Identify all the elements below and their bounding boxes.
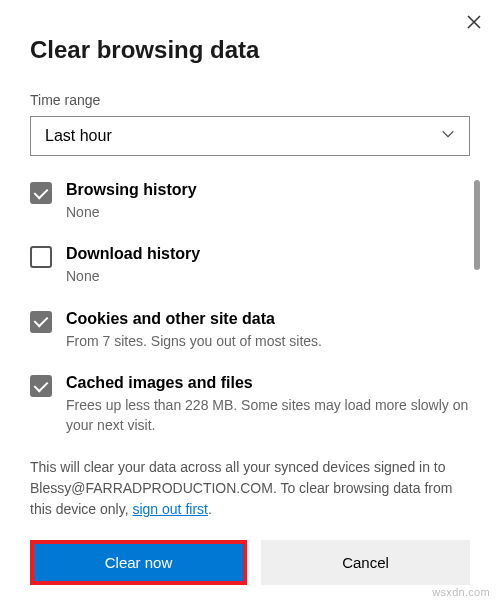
scrollbar[interactable]	[474, 180, 480, 270]
option-title: Browsing history	[66, 180, 470, 201]
button-row: Clear now Cancel	[30, 540, 470, 585]
option-cached: Cached images and files Frees up less th…	[30, 373, 470, 435]
options-list: Browsing history None Download history N…	[30, 180, 470, 435]
close-icon[interactable]	[462, 10, 486, 38]
option-desc: None	[66, 267, 470, 287]
option-desc: Frees up less than 228 MB. Some sites ma…	[66, 396, 470, 435]
option-cookies: Cookies and other site data From 7 sites…	[30, 309, 470, 351]
clear-now-button[interactable]: Clear now	[34, 544, 243, 581]
checkbox-cookies[interactable]	[30, 311, 52, 333]
option-desc: From 7 sites. Signs you out of most site…	[66, 332, 470, 352]
sign-out-link[interactable]: sign out first	[132, 501, 207, 517]
chevron-down-icon	[441, 127, 455, 145]
time-range-value: Last hour	[45, 127, 112, 145]
dialog-title: Clear browsing data	[30, 36, 470, 64]
watermark: wsxdn.com	[432, 586, 490, 598]
time-range-label: Time range	[30, 92, 470, 108]
option-title: Cookies and other site data	[66, 309, 470, 330]
clear-now-highlight: Clear now	[30, 540, 247, 585]
checkbox-download-history[interactable]	[30, 246, 52, 268]
option-title: Download history	[66, 244, 470, 265]
cancel-button[interactable]: Cancel	[261, 540, 470, 585]
checkbox-cached[interactable]	[30, 375, 52, 397]
option-title: Cached images and files	[66, 373, 470, 394]
footer-note-text: This will clear your data across all you…	[30, 459, 452, 517]
time-range-dropdown[interactable]: Last hour	[30, 116, 470, 156]
option-desc: None	[66, 203, 470, 223]
option-download-history: Download history None	[30, 244, 470, 286]
checkbox-browsing-history[interactable]	[30, 182, 52, 204]
footer-note: This will clear your data across all you…	[30, 457, 470, 520]
option-browsing-history: Browsing history None	[30, 180, 470, 222]
footer-note-post: .	[208, 501, 212, 517]
